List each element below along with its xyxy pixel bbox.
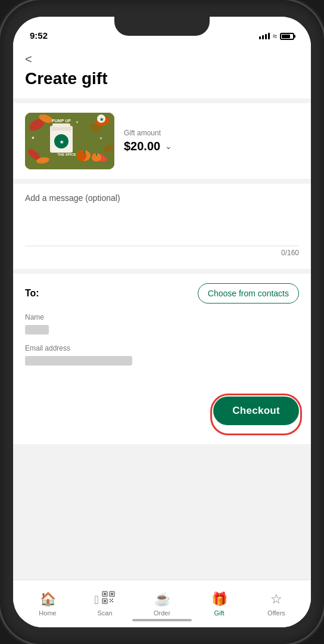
svg-text:✦: ✦	[31, 135, 35, 141]
nav-label-order: Order	[154, 609, 170, 617]
nav-item-order[interactable]: ☕ Order	[133, 592, 191, 617]
message-char-count: 0/160	[25, 246, 299, 259]
svg-rect-16	[52, 123, 70, 127]
svg-text:THE SPICE: THE SPICE	[57, 153, 76, 156]
svg-rect-33	[112, 599, 113, 600]
svg-text:✦: ✦	[76, 120, 79, 124]
svg-rect-30	[111, 593, 113, 595]
nav-label-offers: Offers	[267, 609, 285, 617]
to-header: To: Choose from contacts	[25, 283, 299, 304]
email-value-blurred[interactable]	[25, 356, 132, 366]
checkout-button-wrapper: Checkout	[213, 397, 299, 432]
svg-rect-11	[84, 150, 85, 153]
scan-icon: 	[95, 591, 116, 607]
signal-icon	[259, 33, 270, 39]
order-icon: ☕	[154, 592, 170, 607]
gift-amount-value: $20.00	[124, 140, 160, 153]
nav-item-offers[interactable]: ☆ Offers	[248, 592, 305, 617]
svg-rect-35	[112, 601, 113, 602]
svg-rect-29	[104, 593, 106, 595]
message-input[interactable]	[25, 208, 299, 243]
checkout-area: Checkout	[13, 385, 311, 444]
amount-dropdown-icon[interactable]: ⌄	[165, 141, 172, 151]
svg-rect-13	[96, 153, 97, 156]
nav-item-scan[interactable]: 	[76, 591, 133, 617]
choose-contacts-button[interactable]: Choose from contacts	[198, 283, 299, 304]
status-icons: ≈	[259, 32, 294, 41]
amount-row[interactable]: $20.00 ⌄	[124, 140, 299, 153]
nav-label-home: Home	[39, 609, 56, 617]
page-title: Create gift	[25, 69, 299, 89]
card-art: ★ PUMP UP THE SPICE ✦ ✦ ✦ ★	[25, 113, 114, 169]
svg-rect-36	[111, 600, 112, 601]
battery-icon	[280, 33, 294, 40]
name-field-group: Name	[25, 313, 299, 335]
status-time: 9:52	[30, 30, 48, 41]
nav-label-gift: Gift	[214, 609, 224, 617]
gift-icon: 🎁	[211, 592, 228, 607]
phone-shell: 9:52 ≈ < Create gift	[0, 0, 324, 644]
email-label: Email address	[25, 344, 299, 352]
nav-label-scan: Scan	[97, 609, 112, 617]
svg-text:★: ★	[99, 117, 104, 122]
to-label: To:	[25, 288, 39, 299]
gift-amount-label: Gift amount	[124, 129, 299, 137]
home-icon: 🏠	[40, 592, 56, 607]
name-value-blurred[interactable]	[25, 325, 49, 335]
name-label: Name	[25, 313, 299, 321]
svg-text:★: ★	[60, 140, 64, 145]
divider-3	[13, 269, 311, 274]
wifi-icon: ≈	[273, 32, 277, 41]
back-button[interactable]: <	[25, 52, 32, 66]
divider-2	[13, 179, 311, 184]
message-label: Add a message (optional)	[25, 193, 299, 203]
nav-item-gift[interactable]: 🎁 Gift	[191, 592, 248, 617]
gift-card-image[interactable]: ★ PUMP UP THE SPICE ✦ ✦ ✦ ★	[25, 113, 114, 169]
svg-rect-34	[110, 601, 111, 602]
notch	[114, 17, 210, 36]
scroll-area: < Create gift	[13, 45, 311, 580]
offers-icon: ☆	[270, 592, 282, 607]
home-indicator	[132, 619, 192, 621]
svg-rect-31	[104, 600, 106, 602]
nav-item-home[interactable]: 🏠 Home	[19, 592, 76, 617]
card-section: ★ PUMP UP THE SPICE ✦ ✦ ✦ ★	[13, 103, 311, 179]
gift-amount-section: Gift amount $20.00 ⌄	[124, 129, 299, 153]
divider-1	[13, 98, 311, 103]
svg-text:PUMP UP: PUMP UP	[52, 119, 71, 123]
checkout-button-ring	[210, 394, 302, 435]
app-content: < Create gift	[13, 45, 311, 627]
email-field-group: Email address	[25, 344, 299, 366]
svg-text:✦: ✦	[99, 137, 102, 140]
message-section: Add a message (optional) 0/160	[13, 184, 311, 269]
header-section: < Create gift	[13, 45, 311, 98]
phone-screen: 9:52 ≈ < Create gift	[13, 17, 311, 627]
to-section: To: Choose from contacts Name Email addr…	[13, 274, 311, 385]
svg-rect-32	[110, 599, 111, 600]
